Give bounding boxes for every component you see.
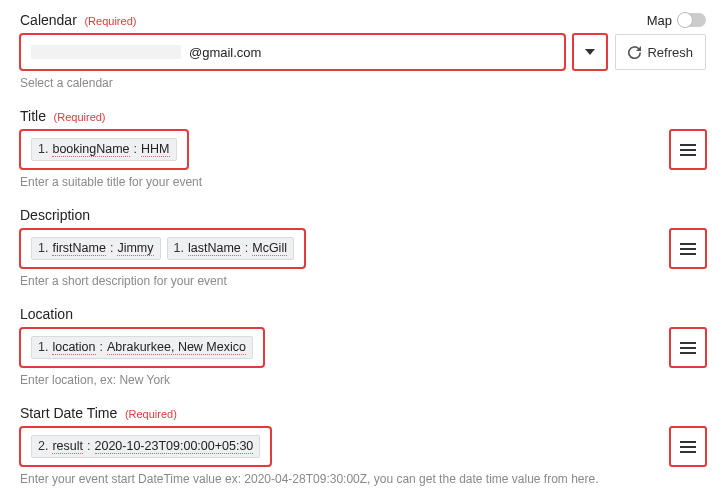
title-label-row: Title (Required) [20,108,706,124]
title-label: Title [20,108,46,124]
start-label-wrap: Start Date Time (Required) [20,405,177,421]
title-options-button[interactable] [670,130,706,169]
svg-rect-0 [680,144,696,146]
lines-icon [680,441,696,453]
location-label-row: Location [20,306,706,322]
lines-icon [680,342,696,354]
description-options-button[interactable] [670,229,706,268]
svg-rect-2 [680,154,696,156]
description-token-2[interactable]: 1. lastName : McGill [167,237,294,260]
calendar-value-suffix: @gmail.com [189,45,261,60]
start-options-button[interactable] [670,427,706,466]
map-toggle[interactable] [678,13,706,27]
svg-rect-8 [680,352,696,354]
description-field: Description 1. firstName : Jimmy 1. last… [20,207,706,288]
start-input-row: 2. result : 2020-10-23T09:00:00+05:30 [20,427,706,466]
svg-rect-5 [680,253,696,255]
svg-rect-9 [680,441,696,443]
location-input-row: 1. location : Abrakurkee, New Mexico [20,328,706,367]
description-input-row: 1. firstName : Jimmy 1. lastName : McGil… [20,229,706,268]
refresh-button[interactable]: Refresh [615,34,706,70]
title-label-wrap: Title (Required) [20,108,106,124]
title-token[interactable]: 1. bookingName : HHM [31,138,177,161]
calendar-helper: Select a calendar [20,76,706,90]
svg-rect-3 [680,243,696,245]
location-helper: Enter location, ex: New York [20,373,706,387]
map-toggle-wrap: Map [647,13,706,28]
refresh-label: Refresh [647,45,693,60]
start-label-row: Start Date Time (Required) [20,405,706,421]
calendar-input-row: @gmail.com Refresh [20,34,706,70]
start-token[interactable]: 2. result : 2020-10-23T09:00:00+05:30 [31,435,260,458]
start-datetime-field: Start Date Time (Required) 2. result : 2… [20,405,706,486]
svg-rect-6 [680,342,696,344]
calendar-label: Calendar [20,12,77,28]
start-input[interactable]: 2. result : 2020-10-23T09:00:00+05:30 [20,427,271,466]
title-helper: Enter a suitable title for your event [20,175,706,189]
location-input[interactable]: 1. location : Abrakurkee, New Mexico [20,328,264,367]
start-required: (Required) [125,408,177,420]
title-input-row: 1. bookingName : HHM [20,130,706,169]
calendar-select[interactable]: @gmail.com [20,34,565,70]
description-label: Description [20,207,90,223]
title-field: Title (Required) 1. bookingName : HHM En… [20,108,706,189]
location-label: Location [20,306,73,322]
calendar-required: (Required) [84,15,136,27]
refresh-icon [628,46,641,59]
location-options-button[interactable] [670,328,706,367]
calendar-value-redacted [31,45,181,59]
calendar-label-row: Calendar (Required) Map [20,12,706,28]
start-helper: Enter your event start DateTime value ex… [20,472,706,486]
lines-icon [680,243,696,255]
description-token-1[interactable]: 1. firstName : Jimmy [31,237,161,260]
spacer [313,229,662,268]
start-label: Start Date Time [20,405,117,421]
svg-rect-11 [680,451,696,453]
calendar-field: Calendar (Required) Map @gmail.com Refre… [20,12,706,90]
svg-rect-10 [680,446,696,448]
description-input[interactable]: 1. firstName : Jimmy 1. lastName : McGil… [20,229,305,268]
title-input[interactable]: 1. bookingName : HHM [20,130,188,169]
title-required: (Required) [54,111,106,123]
map-label: Map [647,13,672,28]
svg-rect-7 [680,347,696,349]
location-token[interactable]: 1. location : Abrakurkee, New Mexico [31,336,253,359]
svg-rect-4 [680,248,696,250]
calendar-label-wrap: Calendar (Required) [20,12,136,28]
spacer [196,130,662,169]
description-helper: Enter a short description for your event [20,274,706,288]
calendar-dropdown-button[interactable] [573,34,607,70]
spacer [272,328,662,367]
svg-rect-1 [680,149,696,151]
lines-icon [680,144,696,156]
spacer [279,427,662,466]
location-field: Location 1. location : Abrakurkee, New M… [20,306,706,387]
caret-down-icon [585,49,595,55]
description-label-row: Description [20,207,706,223]
